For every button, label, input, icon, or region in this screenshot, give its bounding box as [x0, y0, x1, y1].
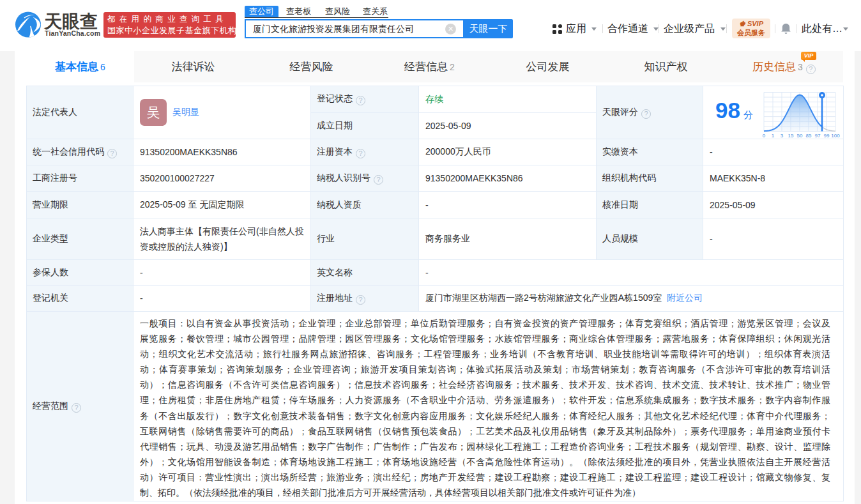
svg-text:15: 15 — [788, 133, 794, 138]
svg-text:99: 99 — [824, 133, 830, 138]
svg-text:97: 97 — [815, 133, 821, 138]
svg-text:100: 100 — [831, 133, 840, 138]
svg-text:50: 50 — [797, 133, 803, 138]
svg-text:3: 3 — [781, 133, 784, 138]
svg-text:0: 0 — [763, 133, 766, 138]
svg-text:1: 1 — [772, 133, 775, 138]
svg-text:85: 85 — [806, 133, 812, 138]
